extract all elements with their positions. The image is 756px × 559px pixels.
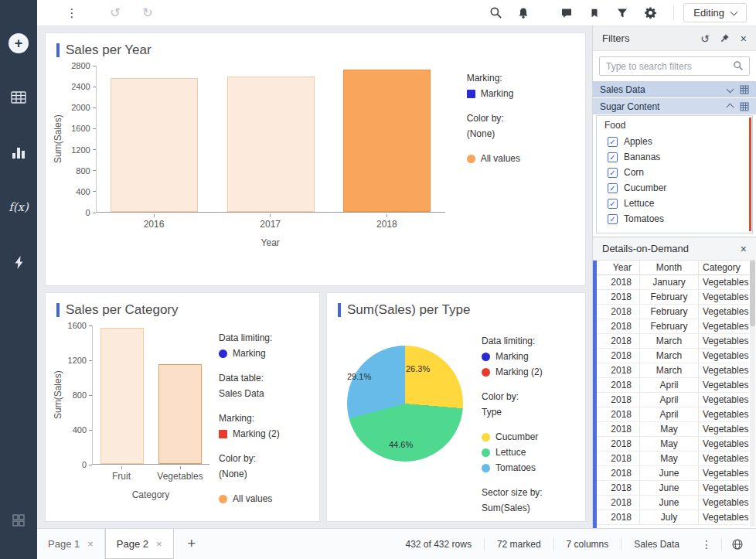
table-row[interactable]: 2018JanuaryVegetables [597, 275, 749, 290]
checkbox-icon[interactable]: ✓ [608, 168, 618, 178]
search-icon[interactable] [486, 5, 505, 21]
details-table[interactable]: Year Month Category 2018JanuaryVegetable… [593, 261, 756, 528]
bar-2016[interactable] [111, 78, 198, 212]
plot-area[interactable] [92, 326, 209, 465]
undo-icon[interactable]: ↺ [105, 7, 125, 19]
table-row[interactable]: 2018AprilVegetables [597, 393, 749, 407]
legend-item[interactable]: Cucumber [482, 429, 579, 445]
close-icon[interactable]: × [156, 538, 162, 550]
legend-item[interactable]: Lettuce [482, 445, 579, 460]
table-row[interactable]: 2018JuneVegetables [597, 481, 749, 496]
y-tick: 1200 [68, 356, 92, 365]
settings-gear-icon[interactable] [641, 5, 659, 21]
sidebar-data-table-button[interactable] [0, 79, 37, 116]
close-icon[interactable]: × [87, 538, 94, 550]
table-row[interactable]: 2018MayVegetables [597, 437, 749, 452]
legend-item[interactable]: Tomatoes [482, 460, 579, 475]
checkbox-icon[interactable]: ✓ [608, 214, 618, 224]
bookmarks-icon[interactable] [585, 5, 604, 21]
table-row[interactable]: 2018MarchVegetables [597, 349, 749, 363]
sidebar-actions-button[interactable] [0, 244, 37, 281]
notifications-bell-icon[interactable] [514, 5, 533, 21]
tab-page-1[interactable]: Page 1 × [37, 529, 105, 559]
x-axis-categories: FruitVegetables [92, 465, 209, 482]
sidebar-visualizations-button[interactable] [0, 134, 37, 171]
column-header[interactable]: Year [597, 261, 640, 274]
viz-sales-per-category[interactable]: Sales per Category Sum(Sales) 0400800120… [45, 292, 320, 522]
checkbox-icon[interactable]: ✓ [608, 183, 618, 193]
comments-icon[interactable] [557, 5, 576, 21]
table-row[interactable]: 2018FebruaryVegetables [597, 305, 749, 319]
bar-Fruit[interactable] [100, 328, 144, 464]
filter-checkbox-corn[interactable]: ✓Corn [597, 165, 752, 180]
tab-page-2[interactable]: Page 2 × [105, 529, 174, 559]
plot-area[interactable] [96, 66, 445, 213]
legend-swatch-icon [482, 433, 490, 441]
chevron-up-icon[interactable] [727, 104, 734, 111]
y-tick: 2000 [71, 103, 95, 112]
add-page-button[interactable]: + [174, 529, 210, 559]
table-row[interactable]: 2018MayVegetables [597, 452, 749, 466]
filter-checkbox-cucumber[interactable]: ✓Cucumber [597, 180, 752, 196]
legend-text: Marking (2) [495, 366, 543, 377]
redo-icon[interactable]: ↻ [138, 7, 158, 19]
table-row[interactable]: 2018MayVegetables [597, 422, 749, 437]
filter-checkbox-tomatoes[interactable]: ✓Tomatoes [597, 211, 752, 227]
close-icon[interactable]: × [741, 244, 747, 254]
filter-item-label: Lettuce [624, 198, 654, 209]
table-row[interactable]: 2018JulyVegetables [597, 510, 749, 525]
table-row[interactable]: 2018FebruaryVegetables [597, 290, 749, 305]
add-content-button[interactable]: + [0, 25, 37, 62]
filter-checkbox-bananas[interactable]: ✓Bananas [597, 149, 752, 165]
table-row[interactable]: 2018FebruaryVegetables [597, 319, 749, 334]
kebab-menu-icon[interactable]: ⋮ [62, 7, 82, 19]
column-header[interactable]: Month [640, 261, 699, 274]
table-row[interactable]: 2018JuneVegetables [597, 496, 749, 510]
globe-icon[interactable] [722, 538, 756, 550]
pin-icon[interactable] [720, 33, 730, 44]
status-menu-icon[interactable]: ⋮ [692, 538, 721, 550]
checkbox-icon[interactable]: ✓ [608, 137, 618, 147]
reset-filters-icon[interactable]: ↺ [700, 33, 710, 44]
details-scrollbar[interactable] [750, 261, 755, 527]
filter-search-input[interactable] [599, 56, 750, 76]
sidebar-pages-button[interactable] [0, 502, 37, 539]
filters-scrollbar[interactable] [749, 118, 751, 231]
filter-checkbox-apples[interactable]: ✓Apples [597, 134, 752, 149]
table-cell: Vegetables [699, 378, 749, 392]
legend-item[interactable]: Marking [219, 346, 308, 361]
table-row[interactable]: 2018MarchVegetables [597, 334, 749, 349]
checkbox-icon[interactable]: ✓ [608, 199, 618, 209]
filter-funnel-icon[interactable] [613, 5, 632, 21]
bar-Vegetables[interactable] [158, 364, 202, 464]
legend-item[interactable]: Marking [467, 86, 579, 101]
x-axis-category: 2016 [96, 213, 213, 230]
table-row[interactable]: 2018AprilVegetables [597, 407, 749, 422]
table-row[interactable]: 2018JuneVegetables [597, 466, 749, 481]
sidebar-functions-button[interactable]: f(x) [0, 189, 37, 226]
legend-item[interactable]: All values [467, 151, 579, 166]
filter-item-label: Tomatoes [624, 213, 664, 224]
scrollbar-thumb[interactable] [750, 261, 755, 326]
viz-sales-per-year[interactable]: Sales per Year Sum(Sales) 04008001200160… [45, 32, 586, 286]
filter-table-sugar-content[interactable]: Sugar Content [593, 98, 756, 114]
filter-table-sales-data[interactable]: Sales Data [593, 81, 756, 97]
bar-2018[interactable] [343, 70, 431, 212]
table-row[interactable]: 2018AprilVegetables [597, 378, 749, 393]
table-row[interactable]: 2018MarchVegetables [597, 363, 749, 378]
checkbox-icon[interactable]: ✓ [608, 152, 618, 162]
legend-item[interactable]: All values [219, 491, 308, 506]
editing-mode-dropdown[interactable]: Editing [683, 3, 747, 22]
legend-item[interactable]: Marking [482, 349, 579, 364]
legend-item[interactable]: Marking (2) [219, 426, 308, 441]
column-header[interactable]: Category [699, 261, 749, 274]
chevron-down-icon[interactable] [727, 86, 734, 94]
table-cell: May [640, 452, 699, 465]
bar-2017[interactable] [227, 77, 315, 213]
details-header: Details-on-Demand × [593, 237, 756, 261]
legend-item[interactable]: Marking (2) [482, 364, 579, 380]
filter-checkbox-lettuce[interactable]: ✓Lettuce [597, 196, 752, 211]
viz-sum-sales-per-type[interactable]: Sum(Sales) per Type 26.3% 44.6% 29.1% Da… [326, 292, 586, 522]
active-table-status: Sales Data [621, 529, 692, 559]
close-icon[interactable]: × [741, 33, 747, 44]
